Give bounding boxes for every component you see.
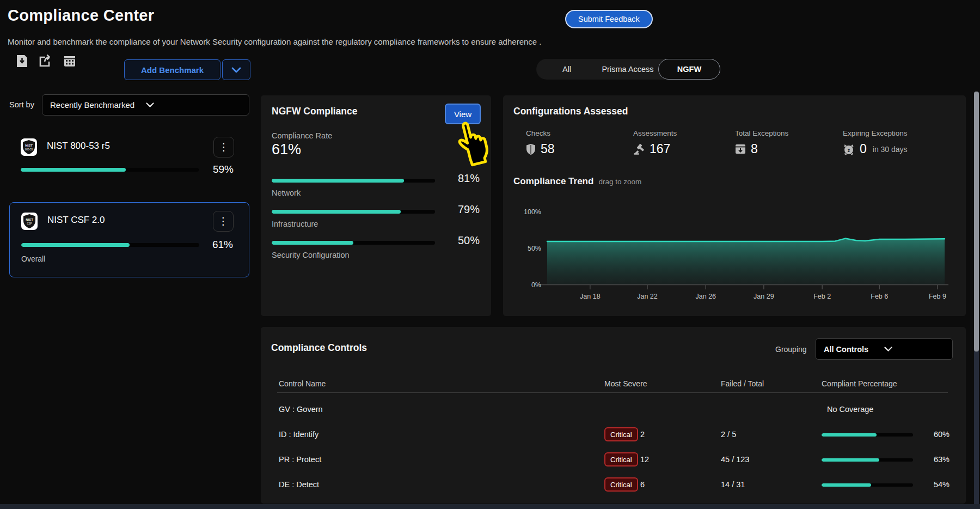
benchmark-progress-bar [21,168,199,172]
sort-by-dropdown[interactable]: Recently Benchmarked [42,94,249,116]
compliance-trend-chart[interactable]: Jan 18Jan 22Jan 26Jan 29Feb 2Feb 6Feb 90… [503,193,966,305]
svg-text:Jan 18: Jan 18 [580,293,601,300]
control-name: DE : Detect [279,480,319,489]
controls-panel-title: Compliance Controls [271,342,367,354]
stat-checks: Checks 58 [526,129,555,156]
stat-suffix: in 30 days [873,145,908,154]
stat-label: Expiring Exceptions [843,129,908,137]
grouping-label: Grouping [775,345,807,354]
control-name: PR : Protect [279,455,321,464]
compliance-controls-panel: Compliance Controls Grouping All Control… [261,327,966,504]
stat-total-exceptions: Total Exceptions 8 [735,129,788,156]
scrollbar-thumb[interactable] [974,92,979,352]
benchmark-percent: 59% [213,163,234,175]
svg-text:NIST: NIST [26,218,33,221]
stat-value: 58 [541,142,555,156]
svg-text:Feb 9: Feb 9 [929,293,946,300]
compliant-percent: 63% [920,455,950,464]
category-value: 50% [446,234,480,247]
shield-icon [526,143,536,155]
tab-all[interactable]: All [536,59,597,80]
control-name: ID : Identify [279,430,318,439]
ngfw-panel-title: NGFW Compliance [272,106,358,117]
bottom-edge-strip [0,504,980,509]
benchmark-progress-bar [21,243,199,247]
stat-value: 8 [751,142,758,156]
benchmark-overall-label: Overall [21,254,45,263]
svg-text:800-53: 800-53 [25,148,33,151]
column-failed-total: Failed / Total [721,379,764,388]
submit-feedback-button[interactable]: Submit Feedback [565,10,653,28]
stat-label: Assessments [633,129,677,137]
compliant-bar [822,483,913,487]
calendar-icon[interactable] [62,53,77,69]
compliance-rate-label: Compliance Rate [272,131,332,140]
table-row[interactable]: GV : Govern No Coverage [261,397,966,422]
table-row[interactable]: ID : Identify Critical 2 2 / 5 60% [261,422,966,447]
column-most-severe: Most Severe [604,379,647,388]
failed-total: 2 / 5 [721,430,736,439]
add-benchmark-dropdown-button[interactable] [222,59,250,80]
alarm-snooze-icon: z [843,143,855,155]
compliant-bar [822,433,913,437]
category-value: 81% [446,172,480,185]
svg-text:Jan 22: Jan 22 [637,293,658,300]
stat-label: Checks [526,129,555,137]
compliant-percent: 60% [920,430,950,439]
svg-text:NIST: NIST [25,144,33,147]
grouping-dropdown[interactable]: All Controls [816,338,953,360]
export-icon[interactable] [38,53,53,69]
severity-count: 2 [640,430,645,439]
severity-count: 6 [640,480,645,489]
trend-hint: drag to zoom [598,178,641,186]
nist-csf-logo: NISTCSF [21,213,38,230]
chevron-down-icon [231,67,241,73]
view-button[interactable]: View [445,104,481,124]
chevron-down-icon [146,102,242,107]
svg-text:Jan 26: Jan 26 [696,293,716,300]
tab-prisma-access[interactable]: Prisma Access [597,59,658,80]
benchmark-card-nist-csf[interactable]: NISTCSF NIST CSF 2.0 ⋮ 61% Overall [9,202,249,277]
column-compliant-percentage: Compliant Percentage [822,379,897,388]
svg-text:Feb 6: Feb 6 [871,293,888,300]
failed-total: 45 / 123 [721,455,749,464]
vertical-scrollbar [974,92,979,509]
grouping-value: All Controls [824,345,884,354]
table-divider [277,392,948,393]
svg-text:50%: 50% [528,245,541,252]
page-title: Compliance Center [8,7,154,25]
svg-text:Feb 2: Feb 2 [813,293,831,300]
scope-tab-group: All Prisma Access NGFW [536,59,720,80]
stat-value: 0 [860,142,867,156]
configurations-assessed-panel: Configurations Assessed Checks 58 Assess… [503,95,966,316]
download-report-icon[interactable] [14,53,29,69]
svg-text:0%: 0% [531,281,541,289]
stat-label: Total Exceptions [735,129,788,137]
tab-ngfw[interactable]: NGFW [658,59,720,80]
page-subtitle: Monitor and benchmark the compliance of … [8,37,542,46]
category-label: Network [272,189,301,197]
table-row[interactable]: DE : Detect Critical 6 14 / 31 54% [261,472,966,498]
compliance-rate-value: 61% [272,141,301,158]
benchmark-name: NIST CSF 2.0 [47,215,105,226]
benchmark-card-nist-800-53[interactable]: NIST800-53 NIST 800-53 r5 ⋮ 59% [9,131,249,183]
more-options-icon[interactable]: ⋮ [213,211,234,232]
category-label: Infrastructure [272,220,318,228]
toolbar [14,53,77,69]
stat-assessments: Assessments 167 [633,129,677,156]
failed-total: 14 / 31 [721,480,745,489]
benchmark-name: NIST 800-53 r5 [47,141,110,152]
stat-expiring-exceptions: Expiring Exceptions z 0 in 30 days [843,129,908,156]
svg-text:Jan 29: Jan 29 [754,293,774,300]
gavel-icon [633,143,645,155]
trend-title: Compliance Trend [513,176,593,187]
table-row[interactable]: PR : Protect Critical 12 45 / 123 63% [261,447,966,472]
category-value: 79% [446,203,480,216]
coverage-label: No Coverage [827,405,873,414]
severity-badge: Critical [604,427,638,441]
category-label: Security Configuration [272,251,350,259]
add-benchmark-button[interactable]: Add Benchmark [124,59,220,80]
more-options-icon[interactable]: ⋮ [213,137,234,157]
svg-text:CSF: CSF [27,222,32,225]
category-bar [272,210,435,214]
